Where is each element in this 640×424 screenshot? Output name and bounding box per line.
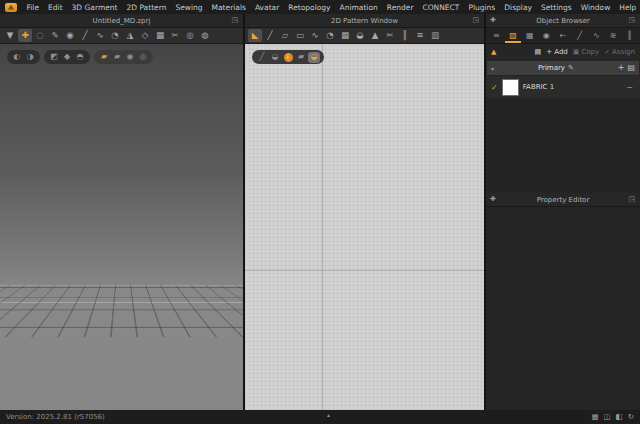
menu-retopology[interactable]: Retopology [284, 3, 335, 12]
remove-fabric-button[interactable]: − [626, 83, 635, 92]
tack-tool[interactable]: ╱ [78, 29, 92, 42]
zipper-tab[interactable]: ║ [621, 28, 638, 43]
gizmo-tool[interactable]: ◇ [138, 29, 152, 42]
float-window-icon[interactable]: ◳ [231, 17, 238, 24]
fabric-plain-toggle-icon[interactable]: ▰ [111, 52, 123, 63]
transform-pattern-tool[interactable]: ◣ [248, 29, 262, 42]
dock-panel-icon[interactable]: ✚ [490, 196, 496, 203]
scissors-tool[interactable]: ✂ [168, 29, 182, 42]
2d-pattern-canvas[interactable]: ╱◒i▰◒ [245, 44, 484, 410]
simulate-tool[interactable]: ▼ [3, 29, 17, 42]
trace-tool[interactable]: ◔ [323, 29, 337, 42]
menu-avatar[interactable]: Avatar [250, 3, 283, 12]
float-window-icon[interactable]: ◳ [628, 17, 635, 24]
stitch-tool[interactable]: ≡ [413, 29, 427, 42]
copy-fabric-button[interactable]: ▣Copy [573, 48, 599, 56]
avatar-skin-toggle-icon[interactable]: ◉ [124, 52, 136, 63]
shaded-view-icon[interactable]: ◐ [11, 52, 23, 63]
seamline-tool[interactable]: ║ [398, 29, 412, 42]
unfold-tool[interactable]: ▲ [368, 29, 382, 42]
object-browser-title: Object Browser [486, 17, 640, 25]
add-item-button[interactable]: + [618, 64, 625, 72]
monochrome-toggle-icon[interactable]: ◎ [137, 52, 149, 63]
show-garment-icon[interactable]: ◩ [48, 52, 60, 63]
textured-pattern-icon[interactable]: ◒ [308, 52, 320, 63]
show-avatar-icon[interactable]: ◓ [74, 52, 86, 63]
edit-section-icon[interactable]: ✎ [568, 64, 574, 72]
button-tab[interactable]: ◉ [538, 28, 555, 43]
scene-tab[interactable]: ≡ [488, 28, 505, 43]
fabric-name[interactable]: FABRIC 1 [523, 83, 623, 91]
grading-tool[interactable]: ▦ [338, 29, 352, 42]
flatten-tool[interactable]: ◒ [353, 29, 367, 42]
pattern-info-icon[interactable]: i [284, 53, 293, 62]
select-mesh-tool[interactable]: ◌ [33, 29, 47, 42]
fold-arrangement-tool[interactable]: ◔ [108, 29, 122, 42]
menu-animation[interactable]: Animation [335, 3, 382, 12]
collapse-section-icon[interactable]: ▾ [491, 65, 494, 72]
edit-pattern-tool[interactable]: ╱ [263, 29, 277, 42]
app-logo-icon [5, 3, 17, 12]
grid-arrange-tool[interactable]: ▦ [153, 29, 167, 42]
float-window-icon[interactable]: ◳ [472, 17, 479, 24]
topstitch-tab[interactable]: ╱ [571, 28, 588, 43]
3d-viewport[interactable]: ◐◑ ◩◆◓ ▰▰◉◎ [0, 44, 243, 410]
layout-windows-icon[interactable]: ▦ [591, 413, 598, 421]
section-title-wrap: Primary ✎ [497, 64, 615, 72]
menu-materials[interactable]: Materials [207, 3, 250, 12]
new-folder-button[interactable]: ▤ [627, 64, 635, 72]
show-garment-2d-icon[interactable]: ◒ [269, 52, 281, 63]
trefoil-badge-icon: ▲ [491, 49, 496, 56]
dock-panel-icon[interactable]: ✚ [490, 17, 496, 24]
copy-icon: ▣ [573, 48, 580, 56]
sewing-tool[interactable]: ∿ [93, 29, 107, 42]
fabric-texture-toggle-icon[interactable]: ▰ [98, 52, 110, 63]
steam-tool[interactable]: ◎ [183, 29, 197, 42]
menu-window[interactable]: Window [576, 3, 615, 12]
measure-tool[interactable]: ▥ [428, 29, 442, 42]
show-fabric-icon[interactable]: ▰ [295, 52, 307, 63]
menu-edit[interactable]: Edit [44, 3, 68, 12]
object-browser-header: ✚ Object Browser ◳ [486, 14, 640, 28]
polygon-tool[interactable]: ▱ [278, 29, 292, 42]
2d-display-toggles: ╱◒i▰◒ [252, 50, 324, 64]
puckering-tab[interactable]: ≋ [605, 28, 622, 43]
float-window-icon[interactable]: ◳ [628, 196, 635, 203]
menu-plugins[interactable]: Plugins [464, 3, 500, 12]
menu-2d-pattern[interactable]: 2D Pattern [122, 3, 171, 12]
render-style-tool[interactable]: ◍ [198, 29, 212, 42]
collapse-panel-arrow[interactable]: ▴ [327, 411, 330, 418]
cut-sew-tool[interactable]: ✂ [383, 29, 397, 42]
menu-render[interactable]: Render [382, 3, 418, 12]
menu-3d-garment[interactable]: 3D Garment [67, 3, 122, 12]
edit-texture-icon[interactable]: ╱ [256, 52, 268, 63]
menu-sewing[interactable]: Sewing [171, 3, 207, 12]
show-pins-icon[interactable]: ◆ [61, 52, 73, 63]
textured-view-icon[interactable]: ◑ [24, 52, 36, 63]
layout-preset-b-icon[interactable]: ◧ [616, 413, 623, 421]
piping-tab[interactable]: ∿ [588, 28, 605, 43]
avatar-tool[interactable]: ◮ [123, 29, 137, 42]
layout-preset-a-icon[interactable]: ◫ [604, 413, 611, 421]
buttonhole-tab[interactable]: ← [555, 28, 572, 43]
rectangle-tool[interactable]: ▭ [293, 29, 307, 42]
curve-point-tool[interactable]: ∿ [308, 29, 322, 42]
menu-file[interactable]: File [22, 3, 44, 12]
fabric-tab[interactable]: ▨ [505, 28, 522, 43]
fabric-active-check-icon[interactable]: ✓ [491, 83, 498, 92]
menu-help[interactable]: Help [615, 3, 640, 12]
menu-settings[interactable]: Settings [536, 3, 576, 12]
menu-display[interactable]: Display [500, 3, 537, 12]
fix-pin-tool[interactable]: ✎ [48, 29, 62, 42]
graphic-tab[interactable]: ▦ [521, 28, 538, 43]
fabric-swatch[interactable] [502, 79, 519, 96]
primary-section-header[interactable]: ▾ Primary ✎ + ▤ [487, 61, 639, 75]
add-fabric-button[interactable]: + Add [546, 48, 568, 56]
pin-tool[interactable]: ◉ [63, 29, 77, 42]
menu-connect[interactable]: CONNECT [418, 3, 464, 12]
reset-layout-icon[interactable]: ↻ [628, 413, 634, 421]
fabric-list-item[interactable]: ✓ FABRIC 1 − [486, 76, 640, 98]
add-folder-button[interactable]: ▤ [535, 48, 542, 56]
assign-fabric-button[interactable]: ✓Assign [604, 48, 635, 56]
select-move-tool[interactable]: ✚ [18, 29, 32, 42]
